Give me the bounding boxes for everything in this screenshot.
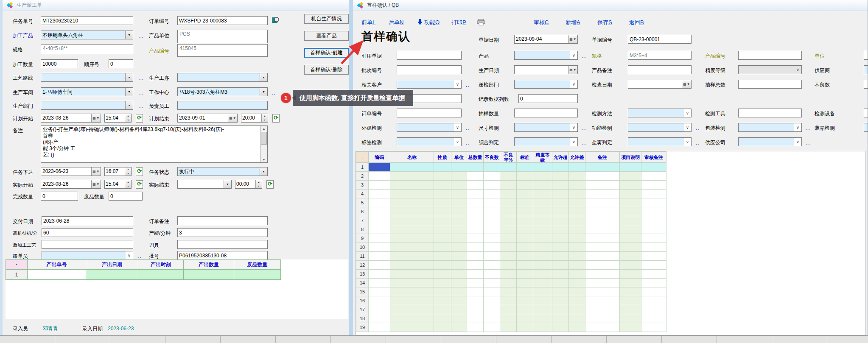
grid-cell[interactable]: [585, 261, 620, 270]
output-col-header[interactable]: 产出日期: [86, 260, 138, 270]
grid-cell[interactable]: [369, 252, 390, 261]
grid-cell[interactable]: [500, 323, 517, 332]
grid-cell[interactable]: [451, 314, 467, 323]
grid-cell[interactable]: [451, 216, 467, 225]
grid-cell[interactable]: [569, 163, 585, 172]
capacity-min-input[interactable]: [177, 228, 268, 237]
grid-cell[interactable]: [517, 243, 533, 252]
grid-cell[interactable]: [641, 252, 666, 261]
grid-cell[interactable]: [517, 323, 533, 332]
grid-cell[interactable]: [641, 198, 666, 207]
grid-cell[interactable]: [517, 305, 533, 314]
grid-cell[interactable]: [585, 243, 620, 252]
grid-cell[interactable]: [390, 190, 434, 198]
task-issue-date[interactable]: 2023-06-23 ▦▼: [41, 167, 101, 176]
grid-cell[interactable]: [467, 181, 484, 190]
grid-cell[interactable]: [451, 261, 467, 270]
grid-cell[interactable]: [484, 225, 500, 234]
grid-cell[interactable]: [369, 296, 390, 305]
grid-cell[interactable]: [641, 314, 666, 323]
grid-cell[interactable]: [484, 287, 500, 296]
qb-col-header[interactable]: 审核备注: [641, 152, 666, 163]
chevron-down-icon[interactable]: ∨: [570, 51, 577, 59]
seq-no-input[interactable]: [109, 59, 133, 68]
qb-col-header[interactable]: 单位: [451, 152, 467, 163]
qb-col-header[interactable]: 标准: [517, 152, 533, 163]
grid-cell[interactable]: [585, 279, 620, 287]
table-row[interactable]: 5: [356, 198, 666, 207]
grid-cell[interactable]: [533, 323, 552, 332]
grid-cell[interactable]: [434, 314, 451, 323]
grid-cell[interactable]: [533, 216, 552, 225]
doc-no-input[interactable]: [628, 35, 692, 44]
chevron-down-icon[interactable]: ∨: [570, 138, 577, 146]
chevron-down-icon[interactable]: ∨: [794, 66, 801, 74]
product-lookup-link[interactable]: ..: [139, 32, 144, 40]
done-qty-input[interactable]: [41, 192, 78, 201]
row-number-cell[interactable]: 4: [356, 190, 369, 198]
label-check-lookup-link[interactable]: ..: [466, 139, 470, 147]
table-row[interactable]: 13: [356, 270, 666, 279]
grid-cell[interactable]: [484, 279, 500, 287]
actual-end-date-combo[interactable]: ▼: [177, 180, 232, 189]
inspect-dept-combo[interactable]: ∨: [514, 80, 578, 89]
grid-cell[interactable]: [569, 305, 585, 314]
grid-cell[interactable]: [369, 163, 390, 172]
customer-combo[interactable]: ∨: [397, 80, 462, 89]
grid-cell[interactable]: [484, 216, 500, 225]
grid-cell[interactable]: [467, 216, 484, 225]
grid-cell[interactable]: [390, 234, 434, 243]
table-row[interactable]: 15: [356, 287, 666, 296]
grid-cell[interactable]: [585, 198, 620, 207]
output-col-header[interactable]: 产出数量: [184, 260, 234, 270]
grid-cell[interactable]: [552, 225, 569, 234]
grid-cell[interactable]: [500, 190, 517, 198]
refresh-icon[interactable]: ⟳: [266, 180, 274, 189]
grid-cell[interactable]: [569, 181, 585, 190]
rw-product-combo[interactable]: ∨: [514, 51, 578, 60]
visual-combo[interactable]: ∨: [397, 123, 462, 132]
grid-cell[interactable]: [585, 181, 620, 190]
grid-cell[interactable]: [533, 190, 552, 198]
row-number-cell[interactable]: 7: [356, 216, 369, 225]
grid-cell[interactable]: [620, 261, 641, 270]
row-number-cell[interactable]: 1: [356, 163, 369, 172]
prod-date-input[interactable]: ▦▼: [514, 65, 578, 74]
grid-cell[interactable]: [484, 172, 500, 181]
salt-spray-lookup-link[interactable]: ..: [696, 139, 700, 147]
grid-cell[interactable]: [500, 172, 517, 181]
grid-cell[interactable]: [585, 270, 620, 279]
grid-cell[interactable]: [369, 314, 390, 323]
grid-cell[interactable]: [500, 305, 517, 314]
visual-lookup-link[interactable]: ..: [466, 125, 470, 132]
grid-cell[interactable]: [641, 287, 666, 296]
qb-col-header[interactable]: 备注: [585, 152, 620, 163]
grid-cell[interactable]: [467, 252, 484, 261]
grid-cell[interactable]: [484, 305, 500, 314]
grid-cell[interactable]: [451, 305, 467, 314]
grid-cell[interactable]: [620, 279, 641, 287]
grid-cell[interactable]: [434, 198, 451, 207]
qty-input[interactable]: [41, 59, 78, 68]
grid-cell[interactable]: [569, 261, 585, 270]
grid-cell[interactable]: [467, 314, 484, 323]
row-number-cell[interactable]: 16: [356, 296, 369, 305]
grid-cell[interactable]: [552, 270, 569, 279]
grid-cell[interactable]: [533, 198, 552, 207]
grid-cell[interactable]: [451, 225, 467, 234]
grid-cell[interactable]: [585, 252, 620, 261]
grid-cell[interactable]: [369, 279, 390, 287]
grid-cell[interactable]: [484, 243, 500, 252]
grid-cell[interactable]: [369, 270, 390, 279]
rw-product-code-input[interactable]: [738, 51, 802, 60]
salt-spray-combo[interactable]: ∨: [628, 137, 692, 146]
grid-cell[interactable]: [641, 163, 666, 172]
grid-cell[interactable]: [585, 287, 620, 296]
route-lookup-link[interactable]: ..: [139, 75, 144, 82]
grid-cell[interactable]: [517, 314, 533, 323]
rw-batch-no-input[interactable]: [397, 65, 462, 74]
grid-cell[interactable]: [369, 207, 390, 216]
table-row[interactable]: 6: [356, 207, 666, 216]
grid-cell[interactable]: [569, 190, 585, 198]
grid-cell[interactable]: [569, 314, 585, 323]
